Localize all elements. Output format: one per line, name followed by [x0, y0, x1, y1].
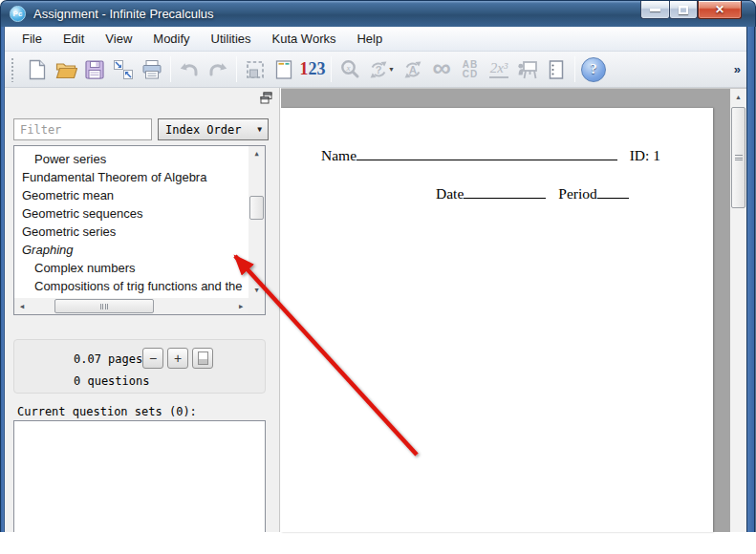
date-blank-line	[464, 184, 546, 199]
period-blank-line	[597, 184, 629, 199]
directions-button[interactable]	[270, 55, 298, 84]
magnifier-x-icon: x	[338, 58, 361, 81]
date-label: Date	[436, 185, 464, 202]
menu-item[interactable]: Edit	[53, 28, 95, 50]
toolbar-overflow-button[interactable]: »	[734, 62, 743, 76]
scale-icon	[112, 58, 135, 81]
menu-item[interactable]: Kuta Works	[262, 28, 347, 50]
pages-counter-panel: 0.07 pages − + 0 questions	[13, 339, 266, 394]
answer-format-button[interactable]: 2x³	[485, 55, 513, 84]
list-item[interactable]: Power series	[14, 150, 248, 168]
infinity-icon: ∞	[432, 58, 450, 77]
zoom-button[interactable]: x	[335, 55, 364, 84]
menu-item[interactable]: Help	[346, 28, 393, 50]
toolbar-separator	[170, 56, 171, 82]
page-setup-button[interactable]	[542, 55, 571, 84]
scrollbar-thumb[interactable]	[731, 107, 745, 208]
menu-item[interactable]: View	[95, 28, 142, 50]
app-window: Pc Assignment - Infinite Precalculus ✕ F…	[0, 0, 756, 532]
list-item[interactable]: Geometric series	[14, 223, 248, 241]
document-vertical-scrollbar[interactable]: ▲	[730, 89, 746, 532]
presentation-mode-button[interactable]	[513, 55, 542, 84]
screenshot-root: Pc Assignment - Infinite Precalculus ✕ F…	[0, 0, 756, 554]
print-button[interactable]	[138, 55, 166, 84]
infinite-questions-button[interactable]: ∞	[427, 53, 456, 82]
scroll-left-arrow[interactable]: ◀	[14, 298, 30, 314]
presenter-easel-icon	[516, 58, 539, 81]
order-dropdown[interactable]: Index Order ▼	[158, 118, 269, 140]
questions-count-label: 0 questions	[74, 374, 149, 388]
id-label: ID: 1	[630, 147, 660, 164]
undo-icon	[178, 58, 201, 81]
svg-text:x: x	[346, 62, 351, 72]
filter-input[interactable]	[13, 118, 152, 140]
pages-count-label: 0.07 pages	[74, 352, 142, 366]
toolbar-separator	[236, 56, 237, 82]
name-label: Name	[321, 147, 356, 164]
order-dropdown-value: Index Order	[165, 123, 241, 137]
float-panel-icon[interactable]	[260, 92, 272, 104]
restore-button[interactable]	[669, 1, 698, 19]
scroll-up-arrow[interactable]: ▲	[730, 89, 746, 105]
title-bar[interactable]: Pc Assignment - Infinite Precalculus ✕	[0, 0, 756, 27]
scroll-down-arrow[interactable]: ▼	[248, 283, 265, 298]
renumber-button[interactable]: 123	[298, 55, 327, 84]
question-sets-listbox[interactable]	[13, 420, 266, 532]
worksheet-page: Name ID: 1 Date Period	[281, 108, 713, 532]
app-icon: Pc	[10, 6, 26, 22]
menu-item[interactable]: Utilities	[201, 28, 262, 50]
close-button[interactable]: ✕	[698, 1, 742, 19]
topics-sidebar: Index Order ▼ Power seriesFundamental Th…	[5, 88, 280, 532]
decrease-pages-button[interactable]: −	[142, 348, 163, 369]
date-line: Date Period	[436, 184, 629, 202]
scrollbar-thumb[interactable]	[54, 299, 154, 313]
svg-text:?: ?	[376, 63, 382, 75]
window-controls: ✕	[640, 1, 742, 19]
help-icon: ?	[581, 57, 606, 82]
toolbar: 123 x ? ▼	[5, 52, 746, 88]
topics-list: Power seriesFundamental Theorem of Algeb…	[14, 146, 248, 298]
fill-page-button[interactable]	[192, 348, 213, 369]
list-item[interactable]: Complex numbers	[14, 259, 248, 277]
rescramble-all-button[interactable]: A	[399, 55, 427, 84]
undo-button[interactable]	[175, 55, 204, 84]
window-title: Assignment - Infinite Precalculus	[33, 7, 214, 21]
list-item[interactable]: Geometric sequences	[14, 204, 248, 223]
scale-assignment-button[interactable]	[109, 55, 138, 84]
select-region-button[interactable]	[241, 55, 270, 84]
scrollbar-thumb[interactable]	[249, 196, 264, 220]
multiple-choice-button[interactable]: ABCD	[456, 55, 485, 84]
list-item[interactable]: Fundamental Theorem of Algebra	[14, 168, 248, 186]
menu-item[interactable]: File	[11, 28, 53, 50]
rescramble-question-icon: ?	[367, 58, 390, 81]
save-floppy-icon	[83, 58, 106, 81]
rescramble-all-icon: A	[401, 58, 424, 81]
new-assignment-button[interactable]	[23, 55, 52, 84]
redo-button[interactable]	[204, 55, 232, 84]
toolbar-separator	[331, 56, 332, 82]
toolbar-grip[interactable]	[11, 57, 14, 82]
help-button[interactable]: ?	[579, 55, 608, 84]
save-button[interactable]	[80, 55, 109, 84]
open-button[interactable]	[52, 55, 80, 84]
scroll-right-arrow[interactable]: ▶	[233, 298, 248, 314]
list-item[interactable]: Graphing	[14, 241, 248, 259]
new-document-icon	[26, 58, 49, 81]
minimize-button[interactable]	[640, 1, 669, 19]
topics-vertical-scrollbar[interactable]: ▲ ▼	[248, 146, 265, 298]
answer-format-icon: 2x³	[489, 60, 509, 78]
menu-item[interactable]: Modify	[142, 28, 200, 50]
topics-listbox[interactable]: Power seriesFundamental Theorem of Algeb…	[13, 145, 266, 315]
increase-pages-button[interactable]: +	[167, 348, 188, 369]
printer-icon	[140, 58, 163, 81]
chevron-down-icon[interactable]: ▼	[388, 66, 396, 73]
list-item[interactable]: Compositions of trig functions and the	[14, 277, 248, 295]
page-steppers: − +	[142, 348, 213, 369]
scroll-up-arrow[interactable]: ▲	[248, 146, 265, 161]
rescramble-question-button[interactable]: ? ▼	[364, 55, 399, 84]
numbers-icon: 1	[300, 59, 309, 79]
list-item[interactable]: Geometric mean	[14, 186, 248, 204]
name-blank-line	[356, 146, 617, 160]
topics-horizontal-scrollbar[interactable]: ◀ ▶	[14, 298, 248, 314]
thumb-grip	[100, 304, 108, 309]
